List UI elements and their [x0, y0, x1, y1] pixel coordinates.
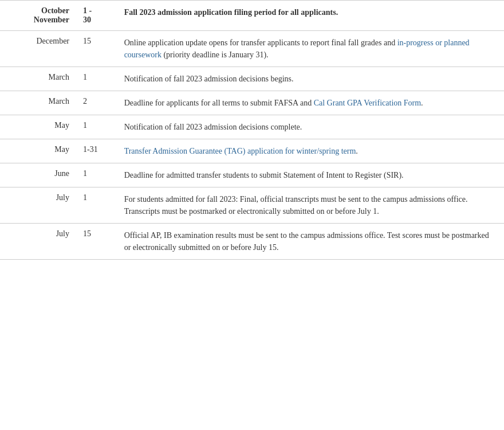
description-cell: Deadline for admitted transfer students … — [117, 163, 504, 187]
month-text: May — [54, 145, 69, 154]
month-text: OctoberNovember — [34, 6, 69, 24]
description-text: Deadline for applicants for all terms to… — [124, 99, 423, 107]
description-cell: Notification of fall 2023 admission deci… — [117, 115, 504, 139]
month-text: March — [48, 73, 69, 81]
link-cal-grant[interactable]: Cal Grant GPA Verification Form — [314, 99, 421, 107]
description-text: Online application update opens for tran… — [124, 38, 470, 59]
month-cell: May — [0, 139, 76, 163]
table-row: OctoberNovember 1 -30 Fall 2023 admissio… — [0, 1, 504, 31]
day-text: 1 — [83, 169, 87, 178]
description-cell: Official AP, IB examination results must… — [117, 224, 504, 260]
description-text: For students admitted for fall 2023: Fin… — [124, 195, 468, 216]
main-table-container: OctoberNovember 1 -30 Fall 2023 admissio… — [0, 0, 504, 260]
month-cell: March — [0, 91, 76, 115]
description-cell: Online application update opens for tran… — [117, 31, 504, 67]
day-cell: 1-31 — [76, 139, 117, 163]
description-cell: Notification of fall 2023 admission deci… — [117, 67, 504, 91]
day-text: 15 — [83, 229, 91, 238]
day-text: 1 — [83, 121, 87, 130]
day-text: 1-31 — [83, 145, 98, 154]
description-cell: Transfer Admission Guarantee (TAG) appli… — [117, 139, 504, 163]
description-cell: Fall 2023 admission application filing p… — [117, 1, 504, 31]
description-text: Notification of fall 2023 admission deci… — [124, 123, 302, 131]
day-text: 1 — [83, 73, 87, 81]
month-text: March — [48, 97, 69, 105]
description-cell: For students admitted for fall 2023: Fin… — [117, 187, 504, 224]
month-text: July — [56, 193, 69, 202]
month-text: May — [54, 121, 69, 130]
month-cell: July — [0, 187, 76, 224]
month-cell: OctoberNovember — [0, 1, 76, 31]
day-text: 1 — [83, 193, 87, 202]
table-row: June 1 Deadline for admitted transfer st… — [0, 163, 504, 187]
description-text: Notification of fall 2023 admission deci… — [124, 75, 294, 83]
day-cell: 1 -30 — [76, 1, 117, 31]
month-text: June — [54, 169, 69, 178]
day-text: 15 — [83, 37, 91, 45]
month-cell: December — [0, 31, 76, 67]
description-text: Deadline for admitted transfer students … — [124, 171, 404, 179]
link-tag[interactable]: Transfer Admission Guarantee (TAG) appli… — [124, 147, 356, 155]
day-cell: 1 — [76, 163, 117, 187]
description-text: Transfer Admission Guarantee (TAG) appli… — [124, 147, 358, 155]
table-row: May 1 Notification of fall 2023 admissio… — [0, 115, 504, 139]
month-cell: May — [0, 115, 76, 139]
month-text: July — [56, 229, 69, 238]
table-row: March 2 Deadline for applicants for all … — [0, 91, 504, 115]
month-cell: June — [0, 163, 76, 187]
table-row: July 15 Official AP, IB examination resu… — [0, 224, 504, 260]
admissions-table: OctoberNovember 1 -30 Fall 2023 admissio… — [0, 0, 504, 260]
month-cell: July — [0, 224, 76, 260]
description-cell: Deadline for applicants for all terms to… — [117, 91, 504, 115]
link-in-progress[interactable]: in-progress or planned coursework — [124, 38, 470, 59]
day-cell: 1 — [76, 115, 117, 139]
table-row: May 1-31 Transfer Admission Guarantee (T… — [0, 139, 504, 163]
day-cell: 1 — [76, 67, 117, 91]
day-text: 2 — [83, 97, 87, 105]
table-row: July 1 For students admitted for fall 20… — [0, 187, 504, 224]
table-row: March 1 Notification of fall 2023 admiss… — [0, 67, 504, 91]
month-text: December — [36, 37, 69, 45]
description-text: Official AP, IB examination results must… — [124, 231, 489, 252]
day-cell: 2 — [76, 91, 117, 115]
table-row: December 15 Online application update op… — [0, 31, 504, 67]
day-cell: 15 — [76, 224, 117, 260]
month-cell: March — [0, 67, 76, 91]
description-text: Fall 2023 admission application filing p… — [124, 8, 338, 17]
day-text: 1 -30 — [83, 6, 92, 24]
day-cell: 1 — [76, 187, 117, 224]
day-cell: 15 — [76, 31, 117, 67]
